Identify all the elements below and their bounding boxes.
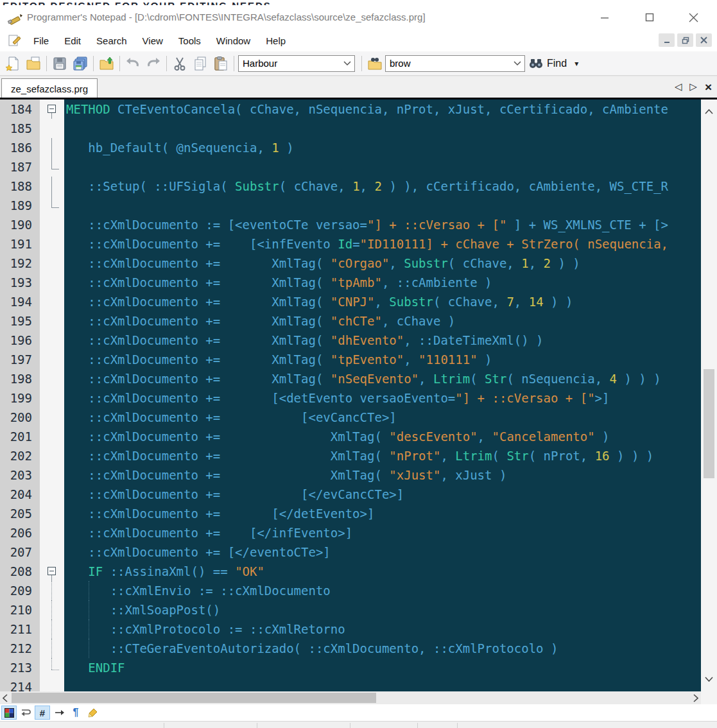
code-line[interactable]: ::cXmlDocumento += [<evCancCTe>] bbox=[66, 408, 701, 427]
code-line[interactable]: ::cXmlDocumento += [</detEvento>] bbox=[66, 504, 701, 523]
fold-margin-cell bbox=[40, 273, 64, 292]
code-line[interactable]: ::cXmlDocumento += XmlTag( "descEvento",… bbox=[66, 427, 701, 446]
copy-icon[interactable] bbox=[190, 54, 211, 73]
mdi-close-button[interactable] bbox=[696, 33, 712, 47]
window-maximize-button[interactable] bbox=[639, 9, 661, 26]
line-endings-icon[interactable]: ¶ bbox=[68, 706, 83, 720]
find-dropdown-caret[interactable]: ▾ bbox=[574, 59, 578, 68]
code-token: ::cXmlDocumento += XmlTag( bbox=[66, 333, 331, 347]
code-line[interactable]: ::cXmlProtocolo := ::cXmlRetorno bbox=[66, 620, 701, 639]
redo-icon[interactable] bbox=[143, 54, 164, 73]
mdi-minimize-button[interactable] bbox=[659, 33, 675, 47]
code-line[interactable]: ::cXmlDocumento += XmlTag( "tpEvento", "… bbox=[66, 350, 701, 369]
code-token: Ltrim bbox=[455, 449, 492, 463]
fold-margin[interactable] bbox=[40, 100, 64, 691]
code-line[interactable]: IF ::AssinaXml() == "OK" bbox=[66, 562, 701, 581]
fold-toggle[interactable] bbox=[40, 100, 64, 119]
menu-tools[interactable]: Tools bbox=[171, 33, 209, 49]
scroll-left-icon[interactable] bbox=[0, 691, 10, 704]
menu-search[interactable]: Search bbox=[89, 33, 135, 49]
fold-margin-cell bbox=[40, 254, 64, 273]
scheme-colors-icon[interactable] bbox=[1, 706, 17, 720]
code-line[interactable]: hb_Default( @nSequencia, 1 ) bbox=[66, 138, 701, 157]
code-line[interactable] bbox=[66, 157, 701, 177]
menu-edit[interactable]: Edit bbox=[56, 33, 89, 49]
menu-view[interactable]: View bbox=[135, 33, 171, 49]
tab-scroll-left-icon[interactable]: ◁ bbox=[675, 81, 682, 92]
tab-close-icon[interactable]: × bbox=[705, 82, 712, 92]
code-line[interactable]: ::cXmlDocumento += [</infEvento>] bbox=[66, 523, 701, 542]
code-token: ::cXmlDocumento += [</infEvento>] bbox=[66, 526, 352, 540]
horizontal-scroll-thumb[interactable] bbox=[12, 693, 376, 703]
find-button[interactable]: Find ▾ bbox=[529, 58, 578, 69]
close-folder-icon[interactable] bbox=[96, 54, 117, 73]
tab-scroll-right-icon[interactable]: ▷ bbox=[689, 81, 697, 92]
tab-bar: ze_sefazclass.prg ◁ ▷ × bbox=[0, 76, 717, 98]
app-logo-icon bbox=[8, 10, 23, 25]
new-file-icon[interactable] bbox=[3, 54, 23, 73]
menu-file[interactable]: File bbox=[26, 33, 56, 49]
scheme-select-value: Harbour bbox=[239, 58, 340, 69]
code-area[interactable]: METHOD CTeEventoCancela( cChave, nSequen… bbox=[64, 100, 701, 691]
code-line[interactable] bbox=[66, 119, 701, 138]
fold-toggle[interactable] bbox=[40, 562, 64, 581]
code-line[interactable]: ::cXmlDocumento += XmlTag( "nSeqEvento",… bbox=[66, 369, 701, 388]
code-line[interactable]: ::cXmlDocumento += XmlTag( "nProt", Ltri… bbox=[66, 446, 701, 465]
code-editor[interactable]: 1841851861871881891901911921931941951961… bbox=[0, 98, 717, 691]
code-line[interactable]: ::cXmlEnvio := ::cXmlDocumento bbox=[66, 581, 701, 600]
code-line[interactable]: ::cXmlDocumento += XmlTag( "chCTe", cCha… bbox=[66, 311, 701, 331]
find-input[interactable]: brow bbox=[385, 55, 525, 72]
code-line[interactable]: ENDIF bbox=[66, 658, 701, 677]
highlight-icon[interactable] bbox=[85, 706, 100, 720]
window-minimize-button[interactable] bbox=[594, 9, 616, 26]
code-line[interactable]: ::XmlSoapPost() bbox=[66, 600, 701, 620]
code-line[interactable]: ::cXmlDocumento += XmlTag( "CNPJ", Subst… bbox=[66, 292, 701, 311]
fold-margin-cell bbox=[40, 196, 64, 215]
code-line[interactable] bbox=[66, 677, 701, 691]
menu-window[interactable]: Window bbox=[209, 33, 258, 49]
code-token: Substr bbox=[235, 179, 279, 193]
code-line[interactable]: ::cXmlDocumento += XmlTag( "tpAmb", ::cA… bbox=[66, 273, 701, 292]
code-line[interactable]: METHOD CTeEventoCancela( cChave, nSequen… bbox=[66, 100, 701, 119]
whitespace-icon[interactable] bbox=[51, 706, 67, 720]
code-token: "110111" bbox=[419, 352, 478, 367]
horizontal-scrollbar[interactable] bbox=[0, 691, 701, 704]
scroll-up-icon[interactable] bbox=[701, 103, 717, 120]
code-line[interactable]: ::cXmlDocumento += XmlTag( "cOrgao", Sub… bbox=[66, 254, 701, 273]
fold-collapse-box[interactable] bbox=[48, 567, 56, 575]
code-line[interactable]: ::cXmlDocumento += XmlTag( "dhEvento", :… bbox=[66, 331, 701, 350]
vertical-scrollbar[interactable] bbox=[701, 100, 717, 691]
mdi-restore-button[interactable] bbox=[677, 33, 693, 47]
code-line[interactable] bbox=[66, 196, 701, 215]
code-line[interactable]: ::cXmlDocumento += [<infEvento Id="ID110… bbox=[66, 234, 701, 254]
code-line[interactable]: ::cXmlDocumento += XmlTag( "xJust", xJus… bbox=[66, 465, 701, 485]
paste-icon[interactable] bbox=[211, 54, 231, 73]
code-line[interactable]: ::cXmlDocumento := [<eventoCTe versao="]… bbox=[66, 215, 701, 234]
code-line[interactable]: ::CTeGeraEventoAutorizado( ::cXmlDocumen… bbox=[66, 639, 701, 658]
code-line[interactable]: ::cXmlDocumento += [<detEvento versaoEve… bbox=[66, 388, 701, 408]
scroll-right-icon[interactable] bbox=[691, 691, 701, 704]
window-close-button[interactable] bbox=[682, 9, 704, 26]
cut-icon[interactable] bbox=[169, 54, 190, 73]
code-token: ::cXmlDocumento += XmlTag( bbox=[66, 314, 331, 328]
tab-ze-sefazclass[interactable]: ze_sefazclass.prg bbox=[1, 78, 98, 98]
find-in-files-icon[interactable] bbox=[365, 54, 385, 73]
save-icon[interactable] bbox=[49, 54, 70, 73]
scheme-select[interactable]: Harbour bbox=[238, 55, 355, 72]
save-all-icon[interactable] bbox=[70, 54, 91, 73]
code-token: IF bbox=[88, 564, 103, 578]
menu-help[interactable]: Help bbox=[258, 33, 293, 49]
scrollbar-corner bbox=[701, 691, 717, 704]
code-line[interactable]: ::cXmlDocumento += [</evCancCTe>] bbox=[66, 485, 701, 504]
code-line[interactable]: ::cXmlDocumento += [</eventoCTe>] bbox=[66, 542, 701, 562]
code-line[interactable]: ::Setup( ::UFSigla( Substr( cChave, 1, 2… bbox=[66, 177, 701, 196]
code-token: ) ) ) bbox=[617, 372, 661, 386]
fold-margin-cell bbox=[40, 658, 64, 677]
scroll-down-icon[interactable] bbox=[701, 671, 717, 688]
fold-collapse-box[interactable] bbox=[48, 105, 56, 113]
vertical-scroll-thumb[interactable] bbox=[704, 369, 714, 478]
open-file-icon[interactable] bbox=[23, 54, 44, 73]
word-wrap-icon[interactable] bbox=[18, 706, 33, 720]
undo-icon[interactable] bbox=[123, 54, 143, 73]
line-numbers-icon[interactable]: # bbox=[35, 706, 50, 720]
